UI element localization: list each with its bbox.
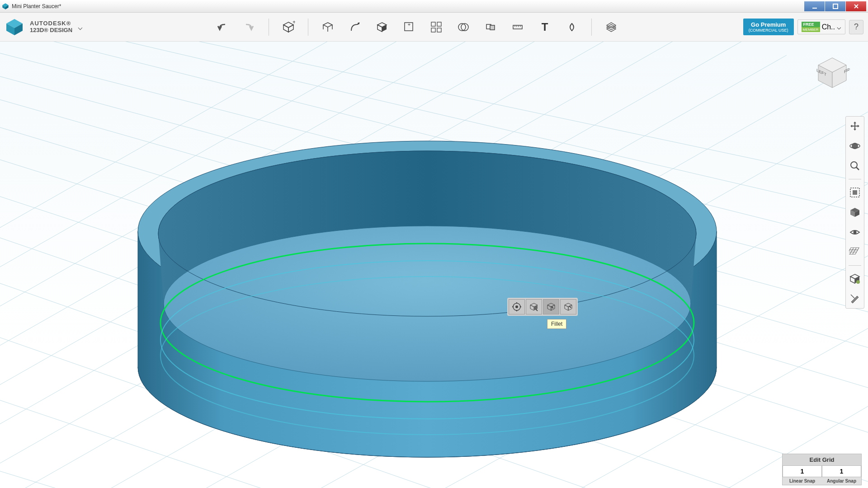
edit-grid-panel: Edit Grid Linear Snap Angular Snap	[782, 454, 862, 485]
svg-text:+: +	[292, 20, 295, 25]
svg-line-64	[0, 222, 868, 488]
svg-marker-114	[565, 305, 568, 310]
ctx-fillet-button[interactable]	[543, 299, 559, 314]
go-premium-button[interactable]: Go Premium (COMMERCIAL USE)	[743, 19, 794, 35]
viewport[interactable]: LEFT FRONT Fillet Edit Grid Linear Snap …	[0, 42, 868, 488]
window-minimize-button[interactable]	[804, 1, 825, 11]
svg-line-53	[0, 42, 515, 421]
snap-toggle-icon[interactable]	[848, 272, 862, 286]
svg-point-83	[851, 162, 857, 168]
modify-button[interactable]	[373, 18, 392, 37]
ctx-chamfer-button[interactable]	[560, 299, 576, 314]
window-maximize-button[interactable]	[825, 1, 845, 11]
convert-button[interactable]	[562, 18, 581, 37]
svg-text:+: +	[408, 22, 410, 27]
svg-line-66	[0, 322, 769, 488]
svg-line-50	[0, 42, 651, 462]
snap-button[interactable]	[481, 18, 500, 37]
svg-line-52	[0, 42, 561, 435]
svg-text:T: T	[542, 21, 548, 33]
help-button[interactable]: ?	[849, 20, 863, 34]
tools-center: + + T	[212, 18, 621, 37]
svg-marker-38	[607, 26, 616, 32]
linear-snap-input[interactable]	[783, 465, 822, 477]
zoom-icon[interactable]	[848, 159, 862, 173]
combine-button[interactable]	[454, 18, 473, 37]
nav-panel	[845, 116, 864, 309]
svg-marker-14	[323, 23, 332, 27]
svg-rect-3	[812, 8, 817, 9]
linear-snap-label: Linear Snap	[783, 477, 822, 485]
sketch-button[interactable]	[318, 18, 337, 37]
right-buttons: Go Premium (COMMERCIAL USE) FREE MEMBER …	[743, 19, 863, 35]
svg-rect-32	[513, 25, 522, 29]
angular-snap-input[interactable]	[822, 465, 861, 477]
shaded-icon[interactable]	[848, 206, 862, 219]
visibility-icon[interactable]	[848, 225, 862, 239]
svg-marker-110	[547, 303, 555, 307]
app-icon	[2, 3, 9, 10]
svg-line-68	[0, 457, 588, 488]
svg-marker-10	[283, 22, 293, 28]
svg-line-42	[0, 55, 787, 488]
tooltip: Fillet	[547, 319, 566, 329]
angular-snap-label: Angular Snap	[822, 477, 861, 485]
app-menu-dropdown[interactable]: ⌵	[78, 22, 83, 32]
edit-grid-title[interactable]: Edit Grid	[783, 454, 861, 465]
svg-marker-40	[607, 23, 616, 28]
ctx-tweak-button[interactable]	[526, 299, 542, 314]
svg-rect-31	[490, 25, 495, 30]
svg-marker-11	[283, 25, 288, 32]
svg-line-62	[0, 145, 868, 444]
window-close-button[interactable]	[846, 1, 866, 11]
svg-point-18	[358, 23, 359, 24]
svg-rect-4	[833, 4, 838, 9]
material-button[interactable]	[602, 18, 621, 37]
svg-line-46	[271, 236, 868, 488]
fit-icon[interactable]	[848, 186, 862, 199]
svg-point-102	[515, 305, 518, 308]
account-dropdown[interactable]: FREE MEMBER Ch.. ⌵	[797, 19, 845, 34]
svg-rect-27	[437, 28, 441, 32]
sketch-toggle-icon[interactable]	[848, 292, 862, 305]
logo-area: AUTODESK® 123D® DESIGN ⌵	[5, 17, 131, 37]
svg-line-116	[569, 306, 571, 308]
pattern-button[interactable]: +	[400, 18, 419, 37]
svg-line-43	[54, 73, 841, 488]
window-titlebar: Mini Planter Saucer*	[0, 0, 868, 13]
svg-point-99	[856, 280, 860, 284]
svg-line-49	[0, 42, 696, 475]
svg-marker-20	[377, 25, 382, 32]
orbit-icon[interactable]	[848, 139, 862, 153]
svg-rect-86	[853, 190, 857, 195]
svg-line-58	[0, 42, 868, 254]
svg-marker-39	[607, 24, 616, 30]
svg-marker-115	[568, 305, 572, 310]
svg-line-55	[0, 87, 868, 358]
text-button[interactable]: T	[535, 18, 554, 37]
svg-marker-97	[850, 277, 855, 283]
redo-button[interactable]	[240, 18, 259, 37]
logo-text: AUTODESK® 123D® DESIGN	[30, 20, 72, 33]
svg-line-44	[118, 91, 868, 488]
pan-icon[interactable]	[848, 119, 862, 133]
svg-marker-12	[288, 25, 293, 32]
context-toolbar	[507, 298, 578, 316]
svg-line-67	[0, 385, 678, 488]
undo-button[interactable]	[212, 18, 231, 37]
svg-point-90	[854, 231, 857, 234]
construct-button[interactable]	[345, 18, 364, 37]
measure-button[interactable]	[508, 18, 527, 37]
svg-rect-24	[431, 22, 435, 26]
primitive-button[interactable]: +	[279, 18, 298, 37]
svg-line-59	[68, 42, 868, 222]
svg-line-100	[851, 295, 854, 298]
svg-rect-25	[437, 22, 441, 26]
ctx-settings-button[interactable]	[509, 299, 525, 314]
grid-toggle-icon[interactable]	[848, 245, 862, 259]
viewcube[interactable]: LEFT FRONT	[815, 55, 850, 90]
svg-line-84	[856, 167, 859, 170]
grouping-button[interactable]	[427, 18, 446, 37]
svg-line-63	[0, 182, 868, 488]
svg-line-41	[0, 42, 741, 488]
